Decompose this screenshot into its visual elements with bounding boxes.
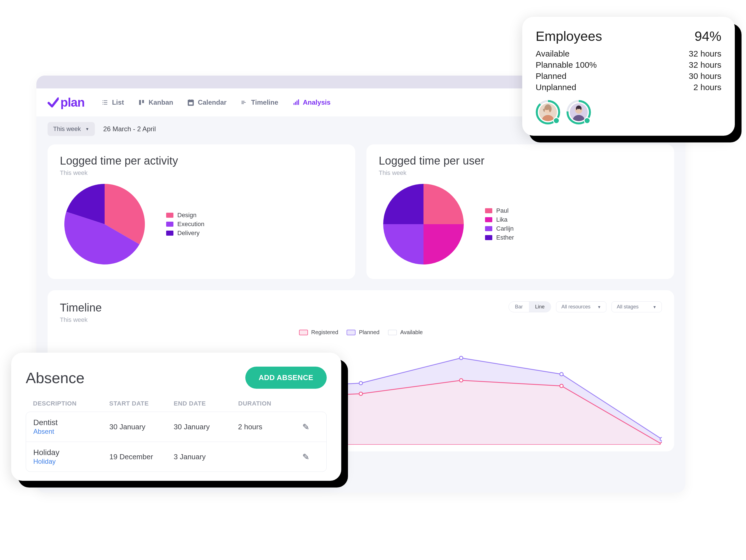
chevron-down-icon: ▼ xyxy=(597,305,601,309)
tab-calendar[interactable]: Calendar xyxy=(187,99,227,106)
row-start: 30 January xyxy=(109,423,168,431)
activity-card: Logged time per activity This week xyxy=(48,144,355,279)
row-label: Planned xyxy=(536,72,567,81)
user-legend: Paul Lika Carlijn Esther xyxy=(485,207,514,241)
stages-dropdown[interactable]: All stages ▼ xyxy=(611,301,662,312)
add-absence-button[interactable]: ADD ABSENCE xyxy=(245,367,327,389)
tab-list[interactable]: List xyxy=(101,99,124,106)
legend-item: Available xyxy=(388,329,423,336)
row-tag[interactable]: Holiday xyxy=(33,457,104,466)
legend-item: Lika xyxy=(485,216,514,223)
row-title: Dentist xyxy=(33,418,104,427)
col-end: END DATE xyxy=(174,400,232,407)
svg-point-12 xyxy=(560,384,563,388)
timeline-subtitle: This week xyxy=(60,316,102,324)
check-icon xyxy=(48,97,59,108)
legend-item: Planned xyxy=(347,329,379,336)
resources-label: All resources xyxy=(562,304,591,310)
swatch-lika xyxy=(485,217,492,222)
edit-icon[interactable]: ✎ xyxy=(303,422,319,432)
legend-label: Available xyxy=(400,329,423,336)
analysis-icon xyxy=(292,99,299,106)
swatch-design xyxy=(166,213,173,218)
legend-item: Execution xyxy=(166,221,204,228)
date-range-text: 26 March - 2 April xyxy=(103,125,156,133)
svg-point-6 xyxy=(660,438,662,441)
legend-label: Execution xyxy=(177,221,204,228)
nav-tabs: List Kanban Calendar Timeline Analysis xyxy=(101,99,331,106)
swatch-available xyxy=(388,330,397,335)
row-start: 19 December xyxy=(109,452,168,461)
edit-icon[interactable]: ✎ xyxy=(303,452,319,462)
row-duration: 2 hours xyxy=(238,423,297,431)
absence-card: Absence ADD ABSENCE DESCRIPTION START DA… xyxy=(11,353,341,481)
tab-calendar-label: Calendar xyxy=(198,99,227,106)
swatch-registered xyxy=(299,330,308,335)
row-value: 32 hours xyxy=(689,49,721,58)
legend-item: Paul xyxy=(485,207,514,214)
tab-timeline[interactable]: Timeline xyxy=(240,99,278,106)
swatch-execution xyxy=(166,222,173,227)
tab-timeline-label: Timeline xyxy=(251,99,278,106)
app-logo[interactable]: plan xyxy=(48,95,84,109)
employees-percent: 94% xyxy=(694,29,721,44)
row-end: 3 January xyxy=(174,452,232,461)
card-subtitle: This week xyxy=(379,169,662,176)
card-subtitle: This week xyxy=(60,169,343,176)
tab-analysis[interactable]: Analysis xyxy=(292,99,331,106)
swatch-carlijn xyxy=(485,226,492,231)
row-label: Unplanned xyxy=(536,83,576,92)
cards-row: Logged time per activity This week xyxy=(36,142,685,290)
resources-dropdown[interactable]: All resources ▼ xyxy=(556,301,606,312)
activity-pie-chart xyxy=(60,179,149,269)
row-end: 30 January xyxy=(174,423,232,431)
row-tag[interactable]: Absent xyxy=(33,428,104,436)
tab-kanban[interactable]: Kanban xyxy=(138,99,173,106)
employees-row: Plannable 100%32 hours xyxy=(536,60,721,70)
date-range-dropdown[interactable]: This week ▼ xyxy=(48,122,95,136)
legend-item: Delivery xyxy=(166,229,204,237)
svg-point-3 xyxy=(359,382,363,385)
seg-bar[interactable]: Bar xyxy=(509,302,529,312)
svg-point-10 xyxy=(359,392,363,395)
col-description: DESCRIPTION xyxy=(33,400,104,407)
table-row: Holiday Holiday 19 December 3 January ✎ xyxy=(26,442,326,472)
seg-line[interactable]: Line xyxy=(529,302,551,312)
swatch-paul xyxy=(485,208,492,213)
timeline-title: Timeline xyxy=(60,301,102,314)
chevron-down-icon: ▼ xyxy=(653,305,657,309)
row-label: Plannable 100% xyxy=(536,60,597,70)
table-row: Dentist Absent 30 January 30 January 2 h… xyxy=(26,412,326,442)
employees-row: Unplanned2 hours xyxy=(536,83,721,92)
row-value: 2 hours xyxy=(693,83,721,92)
calendar-icon xyxy=(187,99,194,106)
row-value: 32 hours xyxy=(689,60,721,70)
svg-point-13 xyxy=(660,443,662,445)
employees-title: Employees xyxy=(536,29,602,44)
svg-point-4 xyxy=(460,356,463,360)
tab-analysis-label: Analysis xyxy=(303,99,331,106)
col-duration: DURATION xyxy=(238,400,297,407)
list-icon xyxy=(101,99,109,106)
row-title: Holiday xyxy=(33,448,104,457)
avatar[interactable] xyxy=(536,100,560,124)
legend-item: Design xyxy=(166,212,204,219)
legend-label: Planned xyxy=(359,329,379,336)
legend-item: Esther xyxy=(485,234,514,241)
employees-row: Available32 hours xyxy=(536,49,721,58)
tab-kanban-label: Kanban xyxy=(148,99,173,106)
legend-label: Paul xyxy=(496,207,509,214)
timeline-controls: Bar Line All resources ▼ All stages ▼ xyxy=(509,301,662,312)
card-title: Logged time per user xyxy=(379,155,662,167)
date-range-label: This week xyxy=(53,125,81,133)
user-card: Logged time per user This week Paul xyxy=(367,144,674,279)
employees-card: Employees 94% Available32 hours Plannabl… xyxy=(522,17,735,136)
avatar[interactable] xyxy=(567,100,591,124)
legend-label: Design xyxy=(177,212,196,219)
timeline-icon xyxy=(240,99,248,106)
user-pie-chart xyxy=(379,179,468,269)
col-start: START DATE xyxy=(109,400,168,407)
card-title: Logged time per activity xyxy=(60,155,343,167)
timeline-legend: Registered Planned Available xyxy=(60,329,662,336)
swatch-delivery xyxy=(166,231,173,236)
